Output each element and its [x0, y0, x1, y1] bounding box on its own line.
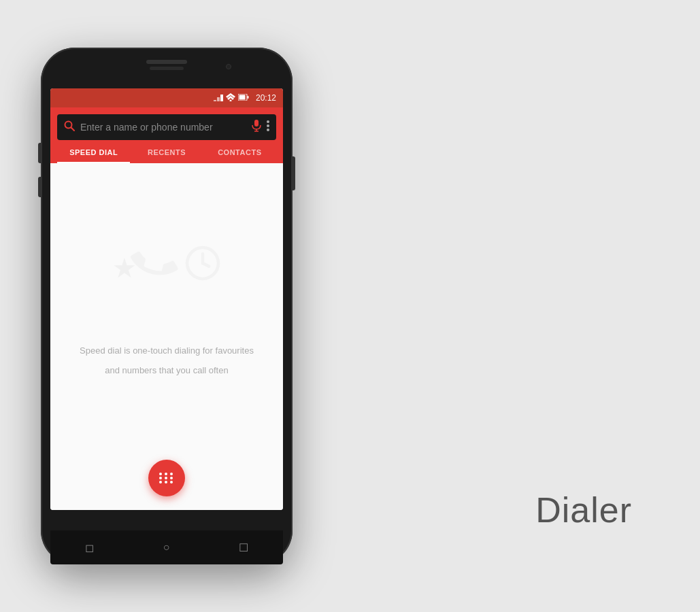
- search-placeholder[interactable]: Enter a name or phone number: [80, 122, 246, 133]
- volume-down-button: [38, 177, 41, 197]
- svg-line-10: [71, 128, 75, 131]
- tab-recents[interactable]: RECENTS: [130, 140, 203, 163]
- svg-rect-7: [247, 96, 248, 99]
- phone-shell: 20:12 Enter a name or phone number: [41, 48, 293, 564]
- empty-state-line2: and numbers that you call often: [59, 364, 274, 377]
- power-button: [293, 156, 295, 190]
- signal-icon: [214, 93, 223, 103]
- back-button[interactable]: ◻: [85, 541, 94, 554]
- status-time: 20:12: [256, 93, 276, 103]
- svg-point-14: [267, 120, 269, 123]
- status-icons: [214, 93, 249, 103]
- clock-deco-icon: [184, 245, 222, 290]
- app-title-area: Dialer: [535, 490, 632, 530]
- fab-dialer-button[interactable]: [148, 460, 185, 496]
- tab-contacts[interactable]: CONTACTS: [203, 140, 276, 163]
- svg-point-5: [229, 100, 231, 102]
- page-wrapper: 20:12 Enter a name or phone number: [0, 0, 700, 612]
- svg-rect-11: [254, 120, 259, 126]
- phone-deco-icon: [122, 231, 192, 305]
- top-bar: Enter a name or phone number: [50, 107, 283, 163]
- tabs-bar: SPEED DIAL RECENTS CONTACTS: [57, 140, 276, 163]
- empty-state: Speed dial is one-touch dialing for favo…: [59, 337, 274, 377]
- home-button[interactable]: ○: [163, 541, 170, 554]
- svg-marker-2: [220, 95, 223, 101]
- decorative-icons: ★: [112, 239, 222, 296]
- more-options-icon[interactable]: [267, 120, 269, 135]
- phone-screen: 20:12 Enter a name or phone number: [50, 88, 283, 510]
- search-box[interactable]: Enter a name or phone number: [57, 114, 276, 140]
- svg-marker-1: [217, 97, 220, 101]
- dialer-icon: [159, 473, 174, 483]
- wifi-icon: [226, 93, 235, 103]
- tab-speed-dial[interactable]: SPEED DIAL: [57, 140, 130, 163]
- phone-speaker: [150, 67, 184, 70]
- search-icon: [64, 120, 75, 134]
- battery-icon: [238, 94, 249, 102]
- phone-camera: [226, 64, 231, 69]
- nav-bar: ◻ ○ ☐: [50, 530, 283, 564]
- status-bar: 20:12: [50, 88, 283, 107]
- svg-marker-0: [214, 100, 216, 101]
- empty-state-line1: Speed dial is one-touch dialing for favo…: [59, 344, 274, 358]
- microphone-icon[interactable]: [252, 120, 261, 135]
- svg-point-15: [267, 124, 269, 127]
- app-title: Dialer: [535, 490, 632, 530]
- svg-point-16: [267, 129, 269, 131]
- main-content: ★ Speed dial is one-t: [50, 163, 283, 510]
- svg-rect-8: [239, 95, 245, 100]
- volume-up-button: [38, 143, 41, 163]
- recents-button[interactable]: ☐: [239, 541, 248, 554]
